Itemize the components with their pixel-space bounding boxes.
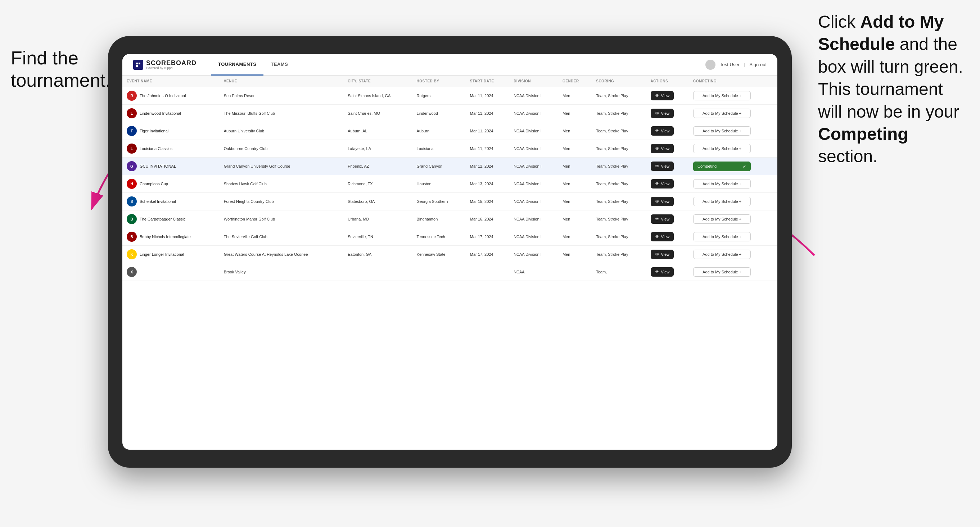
logo-area: SCOREBOARD Powered by clippd xyxy=(133,59,197,70)
eye-icon: 👁 xyxy=(655,199,659,204)
hosted-by-cell: Auburn xyxy=(412,122,466,140)
actions-cell: 👁 View xyxy=(646,122,689,140)
division-cell: NCAA Division I xyxy=(509,105,558,122)
city-cell: Lafayette, LA xyxy=(343,140,412,157)
sign-out-link[interactable]: Sign out xyxy=(749,62,767,67)
gender-cell xyxy=(558,264,592,281)
header-right: Test User | Sign out xyxy=(705,60,767,70)
competing-cell: Competing ✓ xyxy=(689,157,777,175)
division-cell: NCAA Division I xyxy=(509,175,558,193)
tablet-frame: SCOREBOARD Powered by clippd TOURNAMENTS… xyxy=(108,36,792,468)
gender-cell: Men xyxy=(558,228,592,246)
competing-cell: Add to My Schedule + xyxy=(689,140,777,157)
venue-cell: Oakbourne Country Club xyxy=(220,140,343,157)
scoring-cell: Team, Stroke Play xyxy=(592,210,646,228)
svg-rect-3 xyxy=(138,63,140,64)
user-avatar xyxy=(705,60,716,70)
add-to-schedule-button[interactable]: Add to My Schedule + xyxy=(693,250,751,259)
hosted-by-cell: Tennessee Tech xyxy=(412,228,466,246)
venue-cell: Brook Valley xyxy=(220,264,343,281)
gender-cell: Men xyxy=(558,210,592,228)
hosted-by-cell: Grand Canyon xyxy=(412,157,466,175)
view-button[interactable]: 👁 View xyxy=(651,250,674,259)
view-button[interactable]: 👁 View xyxy=(651,267,674,277)
competing-cell: Add to My Schedule + xyxy=(689,175,777,193)
team-logo: L xyxy=(127,143,137,154)
team-logo: H xyxy=(127,179,137,189)
competing-button[interactable]: Competing ✓ xyxy=(693,162,751,171)
scoring-cell: Team, Stroke Play xyxy=(592,228,646,246)
date-cell: Mar 15, 2024 xyxy=(466,193,509,210)
table-row: X Brook ValleyNCAATeam, 👁 View Add to My… xyxy=(123,264,777,281)
team-logo: T xyxy=(127,126,137,136)
left-instruction: Find the tournament. xyxy=(11,47,111,92)
event-name-text: Schenkel Invitational xyxy=(140,199,176,203)
nav-tabs: TOURNAMENTS TEAMS xyxy=(211,54,705,76)
col-competing: COMPETING xyxy=(689,76,777,87)
actions-cell: 👁 View xyxy=(646,87,689,105)
venue-cell: Auburn University Club xyxy=(220,122,343,140)
tournament-table-wrapper: EVENT NAME VENUE CITY, STATE HOSTED BY S… xyxy=(123,76,777,450)
scoring-cell: Team, Stroke Play xyxy=(592,175,646,193)
col-event-name: EVENT NAME xyxy=(123,76,220,87)
add-to-schedule-button[interactable]: Add to My Schedule + xyxy=(693,179,751,189)
view-button[interactable]: 👁 View xyxy=(651,91,674,100)
table-row: B The Carpetbagger Classic Worthington M… xyxy=(123,210,777,228)
add-to-schedule-button[interactable]: Add to My Schedule + xyxy=(693,91,751,100)
hosted-by-cell: Kennesaw State xyxy=(412,246,466,264)
svg-rect-4 xyxy=(136,65,138,67)
gender-cell: Men xyxy=(558,122,592,140)
event-name-cell: T Tiger Invitational xyxy=(123,122,220,140)
view-button[interactable]: 👁 View xyxy=(651,214,674,224)
right-instruction: Click Add to My Schedule and the box wil… xyxy=(818,11,969,168)
view-button[interactable]: 👁 View xyxy=(651,197,674,206)
table-row: K Linger Longer Invitational Great Water… xyxy=(123,246,777,264)
city-cell xyxy=(343,264,412,281)
venue-cell: The Sevierville Golf Club xyxy=(220,228,343,246)
view-button[interactable]: 👁 View xyxy=(651,144,674,153)
division-cell: NCAA Division I xyxy=(509,157,558,175)
logo-text: SCOREBOARD xyxy=(146,59,197,67)
date-cell: Mar 16, 2024 xyxy=(466,210,509,228)
division-cell: NCAA Division I xyxy=(509,246,558,264)
gender-cell: Men xyxy=(558,157,592,175)
date-cell: Mar 11, 2024 xyxy=(466,105,509,122)
division-cell: NCAA xyxy=(509,264,558,281)
col-hosted-by: HOSTED BY xyxy=(412,76,466,87)
add-to-schedule-button[interactable]: Add to My Schedule + xyxy=(693,126,751,136)
city-cell: Statesboro, GA xyxy=(343,193,412,210)
tab-tournaments[interactable]: TOURNAMENTS xyxy=(211,54,263,76)
city-cell: Eatonton, GA xyxy=(343,246,412,264)
tab-teams[interactable]: TEAMS xyxy=(263,54,295,76)
tablet-screen: SCOREBOARD Powered by clippd TOURNAMENTS… xyxy=(123,54,777,450)
date-cell: Mar 11, 2024 xyxy=(466,87,509,105)
venue-cell: Sea Palms Resort xyxy=(220,87,343,105)
add-to-schedule-button[interactable]: Add to My Schedule + xyxy=(693,214,751,224)
add-to-schedule-button[interactable]: Add to My Schedule + xyxy=(693,109,751,118)
division-cell: NCAA Division I xyxy=(509,210,558,228)
view-button[interactable]: 👁 View xyxy=(651,232,674,241)
logo-badge xyxy=(133,60,143,70)
add-to-schedule-button[interactable]: Add to My Schedule + xyxy=(693,232,751,241)
add-to-schedule-button[interactable]: Add to My Schedule + xyxy=(693,144,751,153)
venue-cell: Worthington Manor Golf Club xyxy=(220,210,343,228)
view-button[interactable]: 👁 View xyxy=(651,162,674,171)
view-button[interactable]: 👁 View xyxy=(651,109,674,118)
city-cell: Phoenix, AZ xyxy=(343,157,412,175)
event-name-text: Louisiana Classics xyxy=(140,146,172,151)
add-to-schedule-button[interactable]: Add to My Schedule + xyxy=(693,197,751,206)
event-name-text: Bobby Nichols Intercollegiate xyxy=(140,235,191,239)
col-scoring: SCORING xyxy=(592,76,646,87)
view-button[interactable]: 👁 View xyxy=(651,126,674,136)
scoring-cell: Team, Stroke Play xyxy=(592,105,646,122)
event-name-cell: X xyxy=(123,264,220,281)
eye-icon: 👁 xyxy=(655,129,659,133)
competing-cell: Add to My Schedule + xyxy=(689,246,777,264)
add-to-schedule-button[interactable]: Add to My Schedule + xyxy=(693,267,751,277)
eye-icon: 👁 xyxy=(655,252,659,257)
view-button[interactable]: 👁 View xyxy=(651,179,674,189)
competing-cell: Add to My Schedule + xyxy=(689,210,777,228)
app-header: SCOREBOARD Powered by clippd TOURNAMENTS… xyxy=(123,54,777,76)
event-name-cell: K Linger Longer Invitational xyxy=(123,246,220,264)
division-cell: NCAA Division I xyxy=(509,122,558,140)
